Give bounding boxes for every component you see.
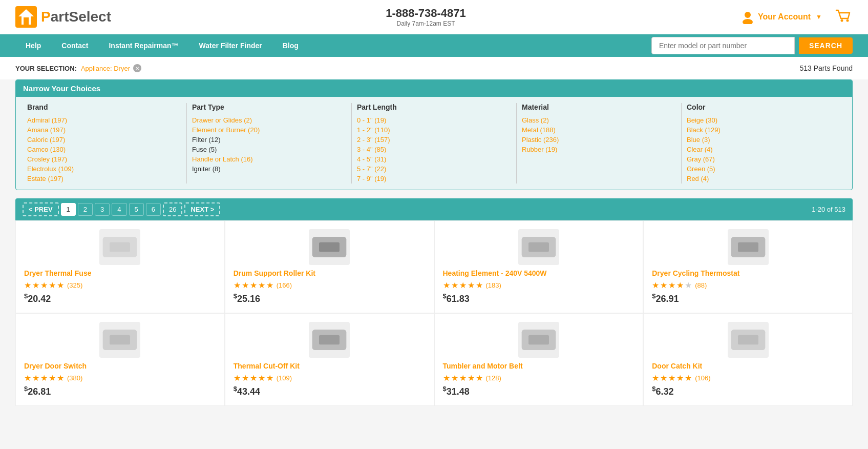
filter-item[interactable]: Plastic (236) [522,135,676,145]
product-card: Thermal Cut-Off Kit★★★★★(109)$43.44 [225,313,434,406]
filter-item[interactable]: Electrolux (109) [27,164,181,174]
currency-symbol: $ [652,292,655,300]
review-count: (183) [486,281,501,289]
pagination-page-5[interactable]: 5 [129,203,144,216]
pagination-page-1[interactable]: 1 [61,203,76,216]
svg-rect-9 [110,242,130,252]
product-name[interactable]: Dryer Thermal Fuse [24,269,92,277]
filter-item[interactable]: Clear (4) [687,145,841,154]
filter-item[interactable]: Blue (3) [687,135,841,145]
product-stars: ★★★★★(183) [443,280,501,290]
pagination-page-3[interactable]: 3 [95,203,110,216]
pagination-prev[interactable]: < PREV [23,202,59,216]
product-name[interactable]: Thermal Cut-Off Kit [234,362,300,370]
product-name[interactable]: Dryer Cycling Thermostat [652,269,739,277]
filter-item[interactable]: Camco (130) [27,145,181,154]
star-icon: ★ [40,280,48,290]
filter-item[interactable]: 0 - 1" (19) [357,115,511,125]
filter-item[interactable]: 3 - 4" (85) [357,145,511,154]
filter-item[interactable]: Beige (30) [687,115,841,125]
nav-instant-repairman[interactable]: Instant Repairman™ [98,34,188,57]
product-name[interactable]: Door Catch Kit [652,362,702,370]
pagination-count: 1-20 of 513 [812,206,845,213]
product-stars: ★★★★★(88) [652,280,707,290]
parts-found: 513 Parts Found [799,64,853,72]
star-icon: ★ [660,280,667,290]
pagination-page-4[interactable]: 4 [112,203,126,216]
pagination-left: < PREV12345626NEXT > [23,202,220,216]
product-price: $31.48 [443,385,470,397]
product-name[interactable]: Drum Support Roller Kit [234,269,315,277]
pagination-ellipsis[interactable]: 26 [163,202,182,216]
filter-item[interactable]: Filter (12) [192,135,346,145]
products-area: Dryer Thermal Fuse★★★★★(325)$20.42 Drum … [15,220,853,406]
filter-item[interactable]: Element or Burner (20) [192,125,346,135]
nav-help[interactable]: Help [15,34,51,57]
filter-item[interactable]: Black (129) [687,125,841,135]
star-icon: ★ [468,373,475,383]
filter-item[interactable]: Estate (197) [27,174,181,183]
star-icon: ★ [668,280,675,290]
filter-item[interactable]: Gray (67) [687,154,841,164]
filter-item[interactable]: Glass (2) [522,115,676,125]
star-icon: ★ [451,373,458,383]
filter-body: BrandAdmiral (197)Amana (197)Caloric (19… [16,97,852,190]
filter-item[interactable]: Crosley (197) [27,154,181,164]
filter-item[interactable]: 5 - 7" (22) [357,164,511,174]
product-image-svg [309,322,350,358]
filter-item[interactable]: Admiral (197) [27,115,181,125]
filter-item[interactable]: 1 - 2" (110) [357,125,511,135]
filter-item[interactable]: Red (4) [687,174,841,183]
filter-item[interactable]: Amana (197) [27,125,181,135]
product-name[interactable]: Dryer Door Switch [24,362,87,370]
filter-item[interactable]: Metal (188) [522,125,676,135]
svg-rect-21 [528,335,549,345]
logo[interactable]: P PartSelect [15,6,111,28]
cart-button[interactable] [834,7,853,27]
product-name[interactable]: Tumbler and Motor Belt [443,362,523,370]
remove-filter-button[interactable]: ✕ [133,64,141,72]
logo-text: PartSelect [41,9,111,25]
filter-item[interactable]: Caloric (197) [27,135,181,145]
review-count: (325) [67,281,82,289]
search-input[interactable] [651,37,795,54]
product-image-svg [518,229,559,265]
nav-blog[interactable]: Blog [272,34,309,57]
filter-item[interactable]: Fuse (5) [192,145,346,154]
filter-col-brand: BrandAdmiral (197)Amana (197)Caloric (19… [22,103,187,183]
filter-item[interactable]: Handle or Latch (16) [192,154,346,164]
pagination-page-2[interactable]: 2 [78,203,93,216]
product-stars: ★★★★★(380) [24,373,82,383]
star-icon: ★ [49,373,56,383]
svg-rect-15 [738,242,758,252]
product-price: $26.91 [652,292,679,304]
filter-item[interactable]: Green (5) [687,164,841,174]
nav-links: Help Contact Instant Repairman™ Water Fi… [15,34,309,57]
currency-symbol: $ [24,385,28,393]
header-center: 1-888-738-4871 Daily 7am-12am EST [386,7,466,27]
filter-col-title: Part Length [357,103,511,111]
product-name[interactable]: Heating Element - 240V 5400W [443,269,547,277]
filter-item[interactable]: 4 - 5" (31) [357,154,511,164]
cart-icon [834,7,853,26]
star-icon: ★ [676,280,684,290]
filter-item[interactable]: Drawer or Glides (2) [192,115,346,125]
appliance-filter-link[interactable]: Appliance: Dryer [81,65,130,72]
star-icon: ★ [24,373,31,383]
svg-rect-2 [24,17,29,25]
filter-item[interactable]: 7 - 9" (19) [357,174,511,183]
filter-item[interactable]: Igniter (8) [192,164,346,174]
product-image [728,322,769,358]
account-button[interactable]: Your Account ▼ [740,10,822,24]
nav-water-filter[interactable]: Water Filter Finder [189,34,272,57]
search-button[interactable]: SEARCH [799,37,853,54]
nav-contact[interactable]: Contact [51,34,98,57]
pagination-next[interactable]: NEXT > [184,202,220,216]
filter-item[interactable]: 2 - 3" (157) [357,135,511,145]
product-stars: ★★★★★(325) [24,280,82,290]
star-icon: ★ [476,280,483,290]
filter-list: Glass (2)Metal (188)Plastic (236)Rubber … [522,115,676,154]
pagination-page-6[interactable]: 6 [146,203,161,216]
filter-item[interactable]: Rubber (19) [522,145,676,154]
star-icon: ★ [443,280,450,290]
